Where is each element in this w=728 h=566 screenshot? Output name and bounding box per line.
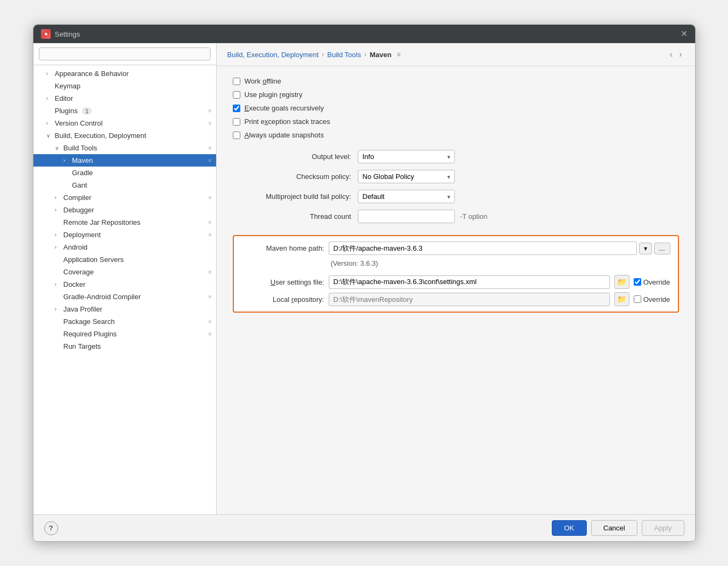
nav-forward-button[interactable]: › bbox=[677, 49, 684, 60]
arrow-icon: › bbox=[55, 244, 61, 250]
local-repo-input[interactable] bbox=[329, 293, 610, 306]
sidebar-item-label: Android bbox=[64, 243, 88, 251]
sidebar-item-required-plugins[interactable]: Required Plugins ≡ bbox=[33, 328, 216, 340]
sidebar-item-app-servers[interactable]: Application Servers bbox=[33, 253, 216, 266]
indicator-icon: ≡ bbox=[209, 108, 212, 114]
output-level-select-wrapper: Info Debug Warn Error bbox=[358, 150, 455, 163]
breadcrumb-separator-1: › bbox=[322, 51, 324, 58]
settings-panel: Work offline Use plugin registry Execute… bbox=[217, 66, 695, 514]
breadcrumb-menu-icon[interactable]: ≡ bbox=[397, 51, 400, 58]
always-update-checkbox[interactable] bbox=[233, 132, 240, 139]
output-level-row: Output level: Info Debug Warn Error bbox=[233, 150, 679, 163]
multiproject-policy-select[interactable]: Default Fail at End Fail Fast Never Fail bbox=[358, 190, 455, 203]
output-level-control: Info Debug Warn Error bbox=[358, 150, 455, 163]
breadcrumb-build-execution[interactable]: Build, Execution, Deployment bbox=[227, 51, 319, 59]
checksum-policy-select[interactable]: No Global Policy Fail Warn Ignore bbox=[358, 170, 455, 183]
sidebar-item-label: Compiler bbox=[64, 194, 92, 202]
sidebar-item-gradle[interactable]: Gradle bbox=[33, 167, 216, 179]
sidebar-item-label: Run Targets bbox=[64, 342, 101, 350]
sidebar-item-label: Gradle bbox=[72, 169, 93, 177]
thread-count-label: Thread count bbox=[233, 212, 351, 220]
title-bar-left: ✦ Settings bbox=[41, 29, 80, 39]
maven-home-input[interactable] bbox=[329, 241, 637, 255]
ok-button[interactable]: OK bbox=[552, 520, 587, 536]
breadcrumb-build-tools[interactable]: Build Tools bbox=[327, 51, 361, 59]
sidebar-item-java-profiler[interactable]: › Java Profiler bbox=[33, 303, 216, 315]
sidebar-item-label: Plugins bbox=[55, 107, 78, 115]
print-exception-checkbox[interactable] bbox=[233, 118, 240, 126]
sidebar-item-label: Appearance & Behavior bbox=[55, 70, 129, 78]
user-settings-input[interactable] bbox=[329, 275, 610, 289]
search-input[interactable] bbox=[39, 47, 211, 60]
user-settings-override-checkbox[interactable] bbox=[634, 278, 641, 286]
sidebar-item-package-search[interactable]: Package Search ≡ bbox=[33, 315, 216, 328]
always-update-label: Always update snapshots bbox=[245, 131, 324, 139]
dialog-title: Settings bbox=[55, 30, 80, 38]
apply-button[interactable]: Apply bbox=[642, 520, 684, 536]
cancel-button[interactable]: Cancel bbox=[591, 520, 637, 536]
folder-icon: 📁 bbox=[617, 295, 626, 303]
main-content: Build, Execution, Deployment › Build Too… bbox=[217, 43, 695, 514]
arrow-icon: › bbox=[46, 71, 53, 77]
maven-version-text: (Version: 3.6.3) bbox=[331, 258, 670, 272]
breadcrumb-separator-2: › bbox=[364, 51, 366, 58]
thread-count-control: -T option bbox=[358, 210, 488, 223]
close-button[interactable]: ✕ bbox=[681, 30, 688, 38]
multiproject-policy-control: Default Fail at End Fail Fast Never Fail bbox=[358, 190, 455, 203]
sidebar-item-android[interactable]: › Android bbox=[33, 241, 216, 253]
print-exception-label: Print exception stack traces bbox=[245, 118, 330, 126]
sidebar-item-appearance[interactable]: › Appearance & Behavior bbox=[33, 67, 216, 80]
use-plugin-checkbox[interactable] bbox=[233, 91, 240, 99]
sidebar-item-label: Required Plugins bbox=[64, 330, 117, 338]
sidebar-item-keymap[interactable]: Keymap bbox=[33, 80, 216, 92]
maven-home-combo: ▾ … bbox=[329, 241, 670, 255]
sidebar-item-run-targets[interactable]: Run Targets bbox=[33, 340, 216, 353]
arrow-icon: › bbox=[55, 195, 61, 201]
sidebar-item-label: Java Profiler bbox=[64, 305, 102, 313]
sidebar-item-version-control[interactable]: › Version Control ≡ bbox=[33, 117, 216, 129]
sidebar-item-build-execution[interactable]: ∨ Build, Execution, Deployment bbox=[33, 129, 216, 142]
work-offline-label: Work offline bbox=[245, 77, 281, 85]
thread-count-input[interactable] bbox=[358, 210, 455, 223]
local-repo-override-checkbox[interactable] bbox=[634, 295, 641, 303]
indicator-icon: ≡ bbox=[209, 157, 212, 163]
sidebar-item-plugins[interactable]: Plugins 1 ≡ bbox=[33, 105, 216, 117]
checkbox-always-update-row: Always update snapshots bbox=[233, 131, 679, 139]
sidebar-item-docker[interactable]: › Docker bbox=[33, 278, 216, 291]
multiproject-policy-label: Multiproject build fail policy: bbox=[233, 192, 351, 201]
sidebar-item-build-tools[interactable]: ∨ Build Tools ≡ bbox=[33, 142, 216, 154]
indicator-icon: ≡ bbox=[209, 294, 212, 300]
sidebar-item-label: Docker bbox=[64, 280, 86, 288]
sidebar-tree: › Appearance & Behavior Keymap › Editor … bbox=[33, 65, 216, 514]
user-settings-browse-button[interactable]: 📁 bbox=[614, 275, 629, 289]
sidebar-item-gant[interactable]: Gant bbox=[33, 179, 216, 191]
sidebar-item-gradle-android[interactable]: Gradle-Android Compiler ≡ bbox=[33, 291, 216, 303]
indicator-icon: ≡ bbox=[209, 120, 212, 126]
checksum-policy-control: No Global Policy Fail Warn Ignore bbox=[358, 170, 455, 183]
maven-home-browse-button[interactable]: … bbox=[654, 243, 670, 254]
output-level-select[interactable]: Info Debug Warn Error bbox=[358, 150, 455, 163]
arrow-icon: ∨ bbox=[55, 145, 61, 151]
work-offline-checkbox[interactable] bbox=[233, 78, 240, 85]
sidebar-item-debugger[interactable]: › Debugger bbox=[33, 204, 216, 216]
execute-goals-checkbox[interactable] bbox=[233, 105, 240, 112]
help-button[interactable]: ? bbox=[44, 521, 58, 535]
nav-back-button[interactable]: ‹ bbox=[668, 49, 675, 60]
checksum-policy-row: Checksum policy: No Global Policy Fail W… bbox=[233, 170, 679, 183]
sidebar-item-editor[interactable]: › Editor bbox=[33, 92, 216, 105]
checksum-policy-label: Checksum policy: bbox=[233, 172, 351, 181]
sidebar-item-compiler[interactable]: › Compiler ≡ bbox=[33, 191, 216, 204]
sidebar-item-maven[interactable]: › Maven ≡ bbox=[33, 154, 216, 167]
sidebar-item-remote-jar[interactable]: Remote Jar Repositories ≡ bbox=[33, 216, 216, 229]
local-repo-browse-button[interactable]: 📁 bbox=[614, 292, 629, 306]
nav-arrows: ‹ › bbox=[668, 49, 684, 60]
breadcrumb-bar: Build, Execution, Deployment › Build Too… bbox=[217, 43, 695, 66]
arrow-icon: › bbox=[55, 281, 61, 287]
maven-home-row: Maven home path: ▾ … bbox=[241, 241, 670, 255]
checksum-policy-select-wrapper: No Global Policy Fail Warn Ignore bbox=[358, 170, 455, 183]
search-box bbox=[33, 43, 216, 65]
sidebar-item-coverage[interactable]: Coverage ≡ bbox=[33, 266, 216, 278]
indicator-icon: ≡ bbox=[209, 145, 212, 151]
maven-home-dropdown-button[interactable]: ▾ bbox=[639, 243, 652, 254]
sidebar-item-deployment[interactable]: › Deployment ≡ bbox=[33, 229, 216, 241]
